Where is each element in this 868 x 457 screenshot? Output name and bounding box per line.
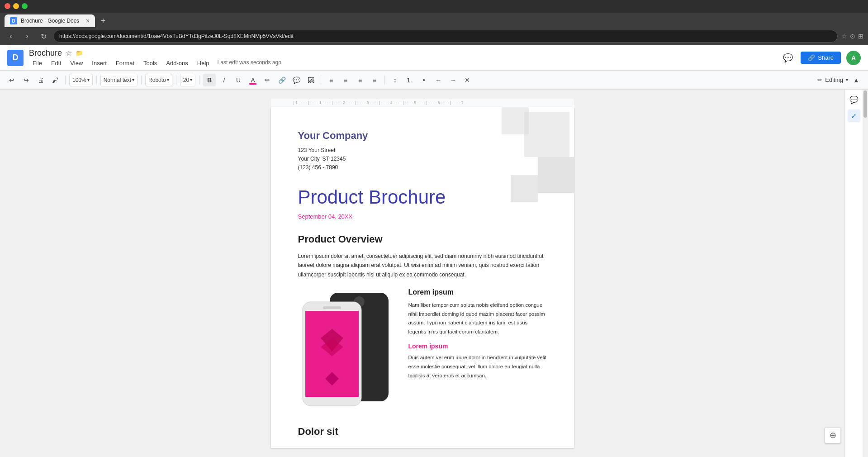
zoom-fab-button[interactable]: ⊕	[825, 427, 841, 443]
bullet-list-button[interactable]: •	[417, 74, 430, 86]
lorem-body-2: Duis autem vel eum iriure dolor in hendr…	[408, 353, 547, 380]
maximize-button[interactable]	[22, 3, 28, 9]
highlight-button[interactable]: ✏	[261, 74, 274, 86]
deco-square-2	[502, 107, 529, 134]
menu-view[interactable]: View	[66, 59, 86, 67]
sidebar-tasks-icon[interactable]: ✓	[848, 109, 860, 122]
tab-favicon: D	[10, 17, 17, 24]
phone-svg	[298, 288, 398, 415]
minimize-button[interactable]	[13, 3, 19, 9]
deco-square-3	[538, 157, 574, 193]
redo-button[interactable]: ↪	[20, 74, 33, 86]
docs-title-area: Brochure ☆ 📁 File Edit View Insert Forma…	[29, 48, 775, 67]
tab-bar: D Brochure - Google Docs × +	[0, 13, 868, 27]
menu-help[interactable]: Help	[194, 59, 213, 67]
docs-body: | 1 · · · · | · · · · 1 · · · · | · · · …	[0, 90, 868, 457]
docs-app: D Brochure ☆ 📁 File Edit View Insert For…	[0, 45, 868, 457]
zoom-dropdown[interactable]: 100% ▾	[69, 74, 93, 86]
comment-button[interactable]: 💬	[290, 74, 303, 86]
text-color-button[interactable]: A	[247, 74, 259, 86]
undo-button[interactable]: ↩	[5, 74, 18, 86]
star-icon[interactable]: ☆	[66, 49, 72, 57]
folder-icon[interactable]: 📁	[76, 49, 83, 57]
active-tab[interactable]: D Brochure - Google Docs ×	[5, 14, 95, 27]
account-avatar[interactable]: A	[846, 51, 861, 65]
menu-insert[interactable]: Insert	[88, 59, 110, 67]
section-1-body: Lorem ipsum dolor sit amet, consectetuer…	[298, 252, 547, 279]
align-right-button[interactable]: ≡	[354, 74, 366, 86]
sidebar-comments-icon[interactable]: 💬	[848, 93, 860, 106]
toolbar-divider-2	[96, 76, 97, 85]
doc-title-label: Brochure	[29, 48, 62, 58]
editing-mode-dropdown[interactable]: ✏ Editing ▾	[817, 76, 848, 83]
font-size-dropdown[interactable]: 20 ▾	[180, 74, 195, 86]
style-dropdown[interactable]: Normal text ▾	[100, 74, 138, 86]
address-input[interactable]	[53, 30, 838, 43]
docs-header-right: 💬 🔗 Share A	[781, 51, 861, 65]
docs-header: D Brochure ☆ 📁 File Edit View Insert For…	[0, 45, 868, 71]
editing-chevron-icon: ▾	[846, 77, 848, 82]
back-button[interactable]: ‹	[5, 30, 17, 43]
clear-formatting-button[interactable]: ✕	[461, 74, 474, 86]
new-tab-button[interactable]: +	[97, 14, 109, 27]
address-right-icons: ☆ ⊙ ⊞	[841, 33, 863, 40]
docs-toolbar: ↩ ↪ 🖨 🖌 100% ▾ Normal text ▾ Roboto ▾ 20…	[0, 71, 868, 90]
align-justify-button[interactable]: ≡	[368, 74, 381, 86]
lorem-pink-heading: Lorem ipsum	[408, 343, 547, 350]
docs-logo-icon: D	[7, 50, 24, 66]
bold-button[interactable]: B	[203, 74, 216, 86]
menu-file[interactable]: File	[29, 59, 46, 67]
link-button[interactable]: 🔗	[275, 74, 288, 86]
dolor-heading: Dolor sit	[298, 426, 547, 438]
underline-button[interactable]: U	[232, 74, 245, 86]
decrease-indent-button[interactable]: ←	[432, 74, 445, 86]
forward-button[interactable]: ›	[21, 30, 33, 43]
refresh-button[interactable]: ↻	[37, 30, 50, 43]
section-1-heading: Product Overview	[298, 233, 547, 245]
menu-tools[interactable]: Tools	[140, 59, 161, 67]
scrollbar[interactable]	[863, 90, 868, 457]
align-left-button[interactable]: ≡	[325, 74, 337, 86]
scrollbar-thumb[interactable]	[863, 90, 867, 118]
page-decoration	[502, 107, 574, 198]
paint-format-button[interactable]: 🖌	[49, 74, 62, 86]
window-controls	[5, 3, 28, 9]
style-chevron-icon: ▾	[132, 77, 134, 82]
bookmark-icon[interactable]: ☆	[841, 33, 847, 40]
collapse-toolbar-button[interactable]: ▲	[850, 74, 863, 86]
docs-main[interactable]: | 1 · · · · | · · · · 1 · · · · | · · · …	[0, 90, 844, 457]
lorem-body-1: Nam liber tempor cum soluta nobis eleife…	[408, 301, 547, 336]
toolbar-divider-5	[199, 76, 199, 85]
toolbar-divider-6	[321, 76, 321, 85]
tab-close-icon[interactable]: ×	[86, 17, 90, 24]
phone-illustration	[298, 288, 398, 417]
font-dropdown[interactable]: Roboto ▾	[145, 74, 172, 86]
text-color-icon: A	[251, 76, 255, 84]
close-button[interactable]	[5, 3, 10, 9]
title-bar	[0, 0, 868, 13]
menu-edit[interactable]: Edit	[47, 59, 65, 67]
share-icon: 🔗	[808, 54, 815, 61]
extensions-icon[interactable]: ⊞	[858, 33, 863, 40]
account-sync-icon[interactable]: ⊙	[850, 33, 855, 40]
menu-format[interactable]: Format	[112, 59, 138, 67]
align-center-button[interactable]: ≡	[339, 74, 352, 86]
menu-addons[interactable]: Add-ons	[162, 59, 191, 67]
italic-button[interactable]: I	[218, 74, 230, 86]
line-spacing-button[interactable]: ↕	[389, 74, 401, 86]
print-button[interactable]: 🖨	[34, 74, 47, 86]
lorem-text-column: Lorem ipsum Nam liber tempor cum soluta …	[408, 288, 547, 417]
lorem-heading: Lorem ipsum	[408, 288, 547, 296]
increase-indent-button[interactable]: →	[446, 74, 459, 86]
deco-square-4	[511, 175, 538, 202]
address-bar-row: ‹ › ↻ ☆ ⊙ ⊞	[0, 27, 868, 45]
toolbar-divider-7	[384, 76, 385, 85]
deco-square-1	[524, 112, 569, 157]
zoom-chevron-icon: ▾	[87, 77, 90, 82]
pencil-icon: ✏	[817, 76, 822, 83]
comment-icon[interactable]: 💬	[781, 51, 795, 65]
image-button[interactable]: 🖼	[304, 74, 317, 86]
svg-rect-7	[323, 306, 341, 309]
numbered-list-button[interactable]: 1.	[403, 74, 416, 86]
share-button[interactable]: 🔗 Share	[801, 52, 841, 64]
